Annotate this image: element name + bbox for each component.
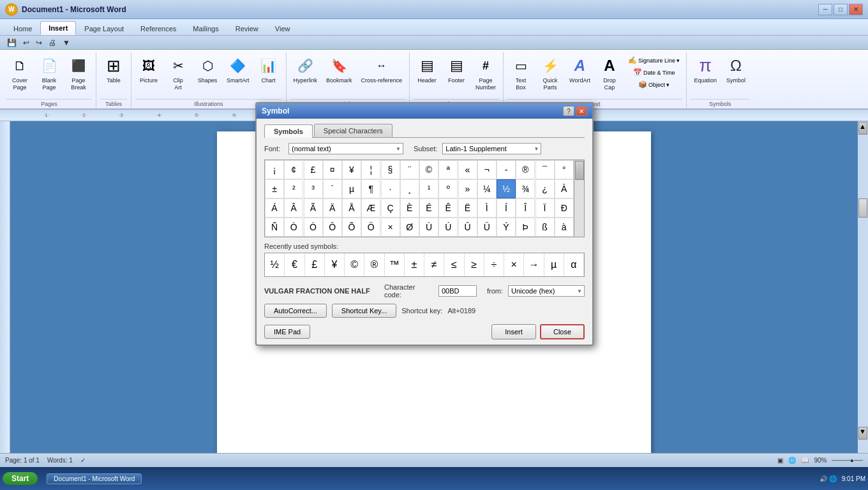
symbol-cell[interactable]: ¼: [477, 179, 497, 198]
date-time-button[interactable]: 📅 Date & Time: [625, 67, 683, 78]
symbol-cell[interactable]: Á: [265, 198, 284, 218]
symbol-cell[interactable]: ¸: [400, 179, 419, 198]
dialog-close-x-button[interactable]: ✕: [576, 106, 587, 116]
symbol-cell[interactable]: É: [419, 198, 438, 218]
recently-used-cell[interactable]: µ: [544, 253, 564, 276]
quick-parts-button[interactable]: ⚡ QuickParts: [537, 54, 564, 93]
symbol-cell[interactable]: ©: [419, 160, 438, 179]
tab-page-layout[interactable]: Page Layout: [76, 22, 132, 35]
start-button[interactable]: Start: [3, 472, 38, 485]
symbol-cell[interactable]: ¾: [516, 179, 535, 198]
insert-button[interactable]: Insert: [491, 324, 536, 339]
shortcut-key-button[interactable]: Shortcut Key...: [332, 304, 396, 318]
cross-reference-button[interactable]: ↔ Cross-reference: [358, 54, 406, 86]
maximize-button[interactable]: □: [834, 4, 848, 15]
recently-used-cell[interactable]: €: [285, 253, 304, 276]
customize-qa[interactable]: ▼: [61, 38, 72, 48]
symbol-cell[interactable]: Ô: [323, 218, 342, 237]
recently-used-cell[interactable]: α: [564, 253, 584, 276]
tab-review[interactable]: Review: [227, 22, 267, 35]
autocorrect-button[interactable]: AutoCorrect...: [264, 304, 327, 318]
save-button[interactable]: 💾: [5, 38, 19, 48]
subset-select[interactable]: Latin-1 Supplement: [442, 143, 541, 154]
header-button[interactable]: ▤ Header: [414, 54, 440, 86]
window-close-button[interactable]: ✕: [849, 4, 863, 15]
redo-button[interactable]: ↪: [34, 38, 44, 48]
symbol-cell[interactable]: Â: [284, 198, 303, 218]
symbol-cell[interactable]: Ü: [477, 218, 497, 237]
symbol-cell[interactable]: ´: [323, 179, 342, 198]
symbol-cell[interactable]: ×: [381, 218, 400, 237]
symbol-cell[interactable]: Ø: [400, 218, 419, 237]
symbol-cell[interactable]: ¯: [535, 160, 555, 179]
symbol-cell[interactable]: µ: [342, 179, 361, 198]
symbol-cell[interactable]: -: [497, 160, 516, 179]
symbol-cell[interactable]: º: [438, 179, 458, 198]
ime-pad-button[interactable]: IME Pad: [264, 325, 310, 339]
symbol-cell[interactable]: Õ: [342, 218, 361, 237]
tab-view[interactable]: View: [267, 22, 299, 35]
symbol-button[interactable]: Ω Symbol: [722, 54, 749, 86]
recently-used-cell[interactable]: ½: [265, 253, 285, 276]
symbol-cell[interactable]: À: [555, 179, 574, 198]
tab-insert[interactable]: Insert: [40, 21, 76, 35]
bookmark-button[interactable]: 🔖 Bookmark: [323, 54, 355, 86]
font-select[interactable]: (normal text): [288, 143, 403, 154]
symbol-cell[interactable]: Ö: [361, 218, 380, 237]
equation-button[interactable]: π Equation: [691, 54, 720, 86]
taskbar-word-item[interactable]: Document1 - Microsoft Word: [47, 473, 142, 484]
smartart-button[interactable]: 🔷 SmartArt: [223, 54, 253, 86]
grid-scrollbar-thumb[interactable]: [575, 161, 584, 180]
symbol-cell[interactable]: ª: [438, 160, 458, 179]
symbol-cell[interactable]: ¡: [265, 160, 284, 179]
shapes-button[interactable]: ⬡ Shapes: [194, 54, 221, 86]
recently-used-cell[interactable]: ©: [345, 253, 364, 276]
print-button[interactable]: 🖨: [47, 38, 58, 48]
symbol-cell[interactable]: ¦: [361, 160, 380, 179]
symbol-cell[interactable]: à: [555, 218, 574, 237]
symbol-cell[interactable]: Ó: [304, 218, 323, 237]
symbol-cell[interactable]: Ë: [458, 198, 477, 218]
symbol-cell[interactable]: Î: [516, 198, 535, 218]
symbol-cell[interactable]: Ã: [304, 198, 323, 218]
symbol-cell[interactable]: Ò: [284, 218, 303, 237]
symbol-cell[interactable]: ®: [516, 160, 535, 179]
symbol-cell[interactable]: Ñ: [265, 218, 284, 237]
symbol-cell[interactable]: Ð: [555, 198, 574, 218]
hyperlink-button[interactable]: 🔗 Hyperlink: [290, 54, 321, 86]
recently-used-cell[interactable]: ÷: [484, 253, 504, 276]
symbol-cell[interactable]: ¬: [477, 160, 497, 179]
clip-art-button[interactable]: ✂ ClipArt: [165, 54, 191, 93]
minimize-button[interactable]: ─: [818, 4, 832, 15]
symbol-cell[interactable]: Å: [342, 198, 361, 218]
recently-used-cell[interactable]: ™: [385, 253, 405, 276]
table-button[interactable]: ⊞ Table: [100, 54, 127, 86]
symbol-cell[interactable]: ·: [381, 179, 400, 198]
object-button[interactable]: 📦 Object ▾: [625, 79, 683, 90]
symbol-cell[interactable]: «: [458, 160, 477, 179]
symbol-cell[interactable]: Þ: [516, 218, 535, 237]
view-web-icon[interactable]: 🌐: [788, 457, 796, 464]
dialog-help-button[interactable]: ?: [563, 106, 574, 116]
tab-mailings[interactable]: Mailings: [184, 22, 227, 35]
symbol-cell[interactable]: ½: [497, 179, 516, 198]
recently-used-cell[interactable]: £: [305, 253, 325, 276]
close-button[interactable]: Close: [540, 324, 585, 339]
page-break-button[interactable]: ⬛ PageBreak: [65, 54, 92, 93]
symbol-cell[interactable]: »: [458, 179, 477, 198]
symbol-cell[interactable]: Ù: [419, 218, 438, 237]
recently-used-cell[interactable]: →: [524, 253, 544, 276]
drop-cap-button[interactable]: A DropCap: [596, 54, 623, 93]
view-read-icon[interactable]: 📖: [801, 457, 809, 464]
symbol-cell[interactable]: Ý: [497, 218, 516, 237]
page-number-button[interactable]: # PageNumber: [472, 54, 499, 93]
symbol-cell[interactable]: ¥: [342, 160, 361, 179]
char-code-input[interactable]: [438, 285, 477, 297]
blank-page-button[interactable]: 📄 BlankPage: [36, 54, 63, 93]
scrollbar-up-arrow[interactable]: ▲: [858, 122, 867, 135]
picture-button[interactable]: 🖼 Picture: [135, 54, 162, 86]
tab-special-characters[interactable]: Special Characters: [314, 124, 393, 137]
symbol-cell[interactable]: Ú: [438, 218, 458, 237]
tab-symbols[interactable]: Symbols: [264, 124, 313, 138]
symbol-cell[interactable]: ¿: [535, 179, 555, 198]
